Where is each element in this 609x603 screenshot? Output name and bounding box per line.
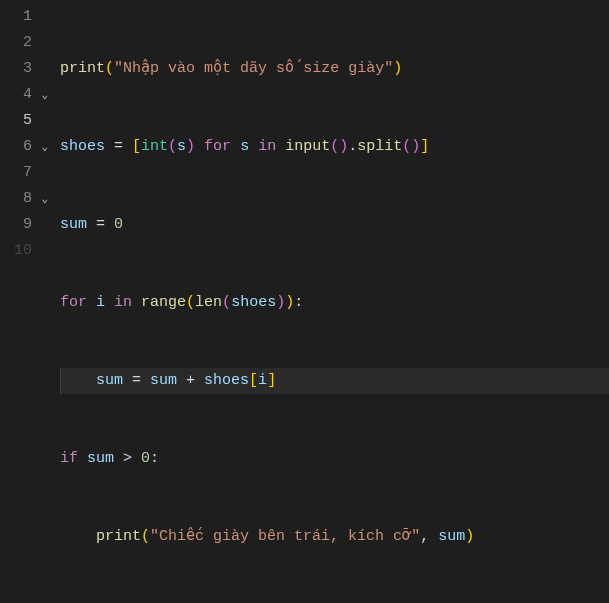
line-number: 3	[0, 56, 50, 82]
line-number: 10	[0, 238, 50, 264]
line-number: 9	[0, 212, 50, 238]
code-line[interactable]: for i in range(len(shoes)):	[60, 290, 609, 316]
code-line[interactable]: sum = sum + shoes[i]	[60, 368, 609, 394]
line-number: 8⌄	[0, 186, 50, 212]
code-area[interactable]: print("Nhập vào một dãy số size giày") s…	[50, 4, 609, 603]
code-line[interactable]: print("Nhập vào một dãy số size giày")	[60, 56, 609, 82]
line-number: 6⌄	[0, 134, 50, 160]
code-editor[interactable]: 1 2 3 4⌄ 5 6⌄ 7 8⌄ 9 10 print("Nhập vào …	[0, 0, 609, 603]
line-number: 1	[0, 4, 50, 30]
code-line[interactable]: sum = 0	[60, 212, 609, 238]
fold-chevron-icon[interactable]: ⌄	[41, 82, 48, 108]
line-number: 2	[0, 30, 50, 56]
line-number: 5	[0, 108, 50, 134]
line-number: 4⌄	[0, 82, 50, 108]
code-line[interactable]: shoes = [int(s) for s in input().split()…	[60, 134, 609, 160]
code-line[interactable]: if sum > 0:	[60, 446, 609, 472]
code-line[interactable]: print("Chiếc giày bên trái, kích cỡ", su…	[60, 524, 609, 550]
line-number-gutter: 1 2 3 4⌄ 5 6⌄ 7 8⌄ 9 10	[0, 4, 50, 603]
fold-chevron-icon[interactable]: ⌄	[41, 134, 48, 160]
fold-chevron-icon[interactable]: ⌄	[41, 186, 48, 212]
line-number: 7	[0, 160, 50, 186]
